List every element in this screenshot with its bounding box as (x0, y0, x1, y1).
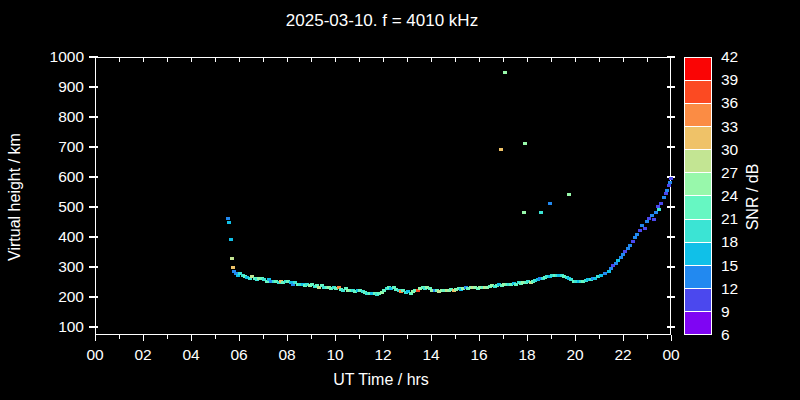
x-major-tick (431, 335, 433, 341)
x-top-inside-tick (503, 58, 504, 62)
data-point (626, 247, 630, 250)
x-major-tick (335, 335, 337, 341)
data-point (499, 148, 503, 151)
y-left-tick (89, 236, 98, 238)
x-tick-label: 20 (555, 346, 595, 364)
x-top-inside-tick (647, 58, 648, 62)
colorbar-segment (685, 288, 711, 311)
y-right-tick (667, 56, 675, 58)
x-top-inside-tick (431, 58, 432, 62)
y-right-tick (667, 146, 675, 148)
colorbar-segment (685, 265, 711, 288)
colorbar-segment (685, 172, 711, 195)
x-minor-tick (215, 335, 216, 339)
data-point (643, 227, 647, 230)
x-major-tick (95, 335, 97, 341)
data-point (614, 262, 618, 265)
x-minor-tick (407, 335, 408, 339)
data-point (229, 238, 233, 241)
data-point (652, 218, 656, 221)
colorbar-tick-label: 39 (721, 72, 738, 88)
x-tick-label: 18 (507, 346, 547, 364)
x-top-inside-tick (143, 58, 144, 62)
colorbar-segment (685, 149, 711, 172)
x-major-tick (287, 335, 289, 341)
data-point (633, 236, 637, 239)
colorbar-segment (685, 242, 711, 265)
colorbar-tick-label: 15 (721, 258, 738, 274)
x-tick-label: 08 (267, 346, 307, 364)
x-top-inside-tick (623, 58, 624, 62)
colorbar-segment (685, 219, 711, 242)
x-tick-label: 00 (651, 346, 691, 364)
colorbar-segment (685, 311, 711, 334)
y-tick-label: 1000 (40, 49, 84, 65)
data-point (667, 184, 671, 187)
y-right-tick (667, 296, 675, 298)
colorbar-tick-label: 33 (721, 119, 738, 135)
data-point (231, 266, 235, 269)
x-minor-tick (119, 335, 120, 339)
data-point (638, 229, 642, 232)
data-point (623, 250, 627, 253)
data-point (668, 181, 672, 184)
chart-title: 2025-03-10. f = 4010 kHz (0, 11, 764, 31)
colorbar-segment (685, 80, 711, 103)
data-point (631, 240, 635, 243)
x-top-inside-tick (119, 58, 120, 62)
y-right-tick (667, 266, 675, 268)
x-major-tick (527, 335, 529, 341)
y-axis-title: Virtual height / km (6, 117, 24, 277)
y-right-tick (667, 116, 675, 118)
x-top-inside-tick (527, 58, 528, 62)
colorbar (684, 57, 712, 335)
colorbar-tick-label: 30 (721, 142, 738, 158)
x-major-tick (479, 335, 481, 341)
x-minor-tick (359, 335, 360, 339)
x-top-inside-tick (599, 58, 600, 62)
data-point (669, 177, 673, 180)
data-point (619, 256, 623, 259)
data-point (230, 257, 234, 260)
x-top-inside-tick (455, 58, 456, 62)
colorbar-tick-label: 42 (721, 49, 738, 65)
x-minor-tick (311, 335, 312, 339)
y-tick-label: 500 (40, 199, 84, 215)
x-top-inside-tick (551, 58, 552, 62)
y-left-tick (89, 56, 98, 58)
x-top-inside-tick (239, 58, 240, 62)
x-minor-tick (263, 335, 264, 339)
colorbar-segment (685, 195, 711, 218)
data-point (665, 189, 669, 192)
x-tick-label: 10 (315, 346, 355, 364)
data-point (650, 214, 654, 217)
data-point (654, 211, 658, 214)
y-tick-label: 800 (40, 109, 84, 125)
colorbar-tick-label: 21 (721, 211, 738, 227)
y-tick-label: 600 (40, 169, 84, 185)
y-left-tick (89, 146, 98, 148)
data-point (503, 71, 507, 74)
x-top-inside-tick (407, 58, 408, 62)
data-point (226, 217, 230, 220)
x-tick-label: 00 (75, 346, 115, 364)
x-major-tick (239, 335, 241, 341)
x-tick-label: 04 (171, 346, 211, 364)
x-top-inside-tick (359, 58, 360, 62)
x-top-inside-tick (575, 58, 576, 62)
x-tick-label: 22 (603, 346, 643, 364)
x-major-tick (575, 335, 577, 341)
y-right-tick (667, 206, 675, 208)
colorbar-tick-label: 27 (721, 165, 738, 181)
y-tick-label: 200 (40, 289, 84, 305)
data-point (635, 233, 639, 236)
x-minor-tick (167, 335, 168, 339)
x-minor-tick (647, 335, 648, 339)
ionogram-figure: 2025-03-10. f = 4010 kHz Virtual height … (0, 0, 800, 400)
data-point (664, 192, 668, 195)
y-left-tick (89, 116, 98, 118)
x-minor-tick (599, 335, 600, 339)
colorbar-tick-label: 12 (721, 281, 738, 297)
x-top-inside-tick (167, 58, 168, 62)
colorbar-segment (685, 126, 711, 149)
